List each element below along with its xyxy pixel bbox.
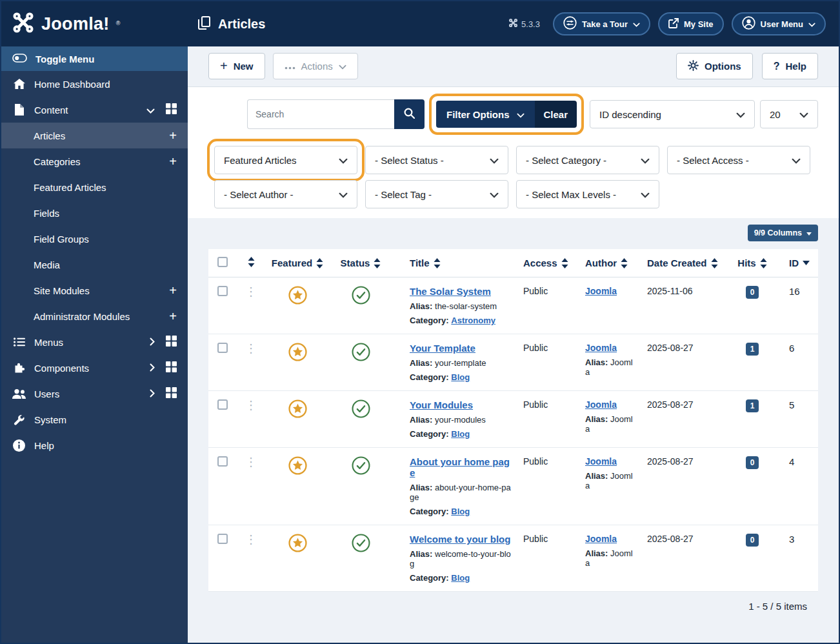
author-link[interactable]: Joomla [585,534,617,544]
grid-dashboard-icon[interactable] [166,387,177,400]
article-title-link[interactable]: Your Template [410,343,475,354]
column-header-id[interactable]: ID [772,249,818,277]
plus-icon[interactable]: + [169,155,177,168]
external-link-icon [668,18,679,30]
status-filter-select[interactable]: - Select Status - [365,146,508,174]
author-link[interactable]: Joomla [585,286,617,296]
sort-order-select[interactable]: ID descending [590,100,755,128]
max-levels-filter-select[interactable]: - Select Max Levels - [516,180,659,208]
row-checkbox[interactable] [217,399,228,410]
category-link[interactable]: Astronomy [451,316,495,325]
grid-dashboard-icon[interactable] [166,361,177,374]
sidebar-item-components[interactable]: Components [1,355,188,381]
drag-handle-icon[interactable]: ⋮ [245,533,257,546]
row-checkbox[interactable] [217,343,228,353]
category-filter-select[interactable]: - Select Category - [516,146,659,174]
category-link[interactable]: Blog [451,429,470,439]
article-title-link[interactable]: Welcome to your blog [410,534,510,545]
featured-star-icon[interactable] [288,399,307,420]
sidebar-item-fields[interactable]: Fields [1,200,188,226]
sidebar-item-articles[interactable]: Articles + [1,123,188,148]
take-a-tour-button[interactable]: Take a Tour [553,12,650,35]
category-link[interactable]: Blog [451,573,470,583]
search-button[interactable] [394,99,425,129]
filter-options-button[interactable]: Filter Options [436,101,535,128]
tag-filter-select[interactable]: - Select Tag - [365,180,508,208]
article-title-link[interactable]: About your home page [410,456,510,478]
plus-icon[interactable]: + [169,129,177,142]
sidebar-item-system[interactable]: System [1,407,188,432]
options-button[interactable]: Options [676,53,753,79]
featured-star-icon[interactable] [288,534,307,554]
sidebar-item-media[interactable]: Media [1,252,188,277]
column-header-featured[interactable]: Featured [265,249,330,277]
article-title-link[interactable]: The Solar System [410,286,491,297]
access-cell: Public [518,334,580,391]
columns-toggle-button[interactable]: 9/9 Columns [748,225,818,241]
featured-star-icon[interactable] [288,343,307,363]
sidebar-item-home-dashboard[interactable]: Home Dashboard [1,71,188,97]
list-limit-select[interactable]: 20 [760,100,818,128]
status-published-icon[interactable] [352,399,370,420]
status-published-icon[interactable] [352,286,370,307]
category-link[interactable]: Blog [451,372,470,382]
category-link[interactable]: Blog [451,507,470,516]
author-link[interactable]: Joomla [585,343,617,353]
sidebar-item-users[interactable]: Users [1,381,188,407]
column-header-hits[interactable]: Hits [732,249,772,277]
drag-handle-icon[interactable]: ⋮ [245,399,257,412]
column-header-status[interactable]: Status [330,249,392,277]
sidebar-item-menus[interactable]: Menus [1,329,188,355]
sidebar-item-administrator-modules[interactable]: Administrator Modules + [1,303,188,329]
column-header-author[interactable]: Author [580,249,642,277]
search-input[interactable] [247,99,394,129]
sidebar-item-content[interactable]: Content [1,97,188,123]
plus-icon[interactable]: + [169,284,177,297]
drag-handle-icon[interactable]: ⋮ [245,285,257,298]
chevron-down-icon [490,155,499,166]
sidebar-item-field-groups[interactable]: Field Groups [1,226,188,252]
grid-dashboard-icon[interactable] [166,103,177,116]
caret-down-icon [806,228,812,237]
status-published-icon[interactable] [352,534,370,554]
actions-button[interactable]: Actions [273,53,358,79]
plus-icon[interactable]: + [169,310,177,323]
toolbar: + New Actions [208,53,818,79]
filter-options-group: Filter Options Clear [436,101,577,128]
clear-button[interactable]: Clear [535,101,577,128]
column-header-access[interactable]: Access [518,249,580,277]
author-cell: Joomla Alias: Joomla [580,334,642,391]
new-button[interactable]: + New [208,53,265,79]
help-button[interactable]: ? Help [762,53,818,79]
column-header-title[interactable]: Title [392,249,518,277]
toggle-menu-button[interactable]: Toggle Menu [1,46,188,71]
drag-handle-icon[interactable]: ⋮ [245,342,257,355]
sidebar-item-help[interactable]: Help [1,432,188,458]
column-header-ordering[interactable] [237,249,265,277]
status-published-icon[interactable] [352,343,370,363]
row-checkbox[interactable] [217,534,228,544]
sidebar-item-categories[interactable]: Categories + [1,148,188,174]
article-title-link[interactable]: Your Modules [410,399,473,410]
user-menu-button[interactable]: User Menu [732,12,826,35]
my-site-button[interactable]: My Site [658,12,724,35]
author-link[interactable]: Joomla [585,399,617,410]
row-checkbox[interactable] [217,456,228,467]
featured-filter-select[interactable]: Featured Articles [214,146,357,174]
article-category: Category: Blog [410,372,513,382]
author-filter-select[interactable]: - Select Author - [214,180,357,208]
chevron-down-icon [641,189,650,200]
drag-handle-icon[interactable]: ⋮ [245,456,257,468]
select-all-checkbox[interactable] [217,257,228,267]
featured-star-icon[interactable] [288,456,307,477]
row-checkbox[interactable] [217,286,228,296]
status-published-icon[interactable] [352,456,370,477]
search-icon [404,108,415,121]
sidebar-item-site-modules[interactable]: Site Modules + [1,277,188,303]
column-header-date-created[interactable]: Date Created [642,249,732,277]
author-link[interactable]: Joomla [585,456,617,467]
grid-dashboard-icon[interactable] [166,336,177,348]
featured-star-icon[interactable] [288,286,307,307]
access-filter-select[interactable]: - Select Access - [667,146,810,174]
sidebar-item-featured-articles[interactable]: Featured Articles [1,174,188,200]
